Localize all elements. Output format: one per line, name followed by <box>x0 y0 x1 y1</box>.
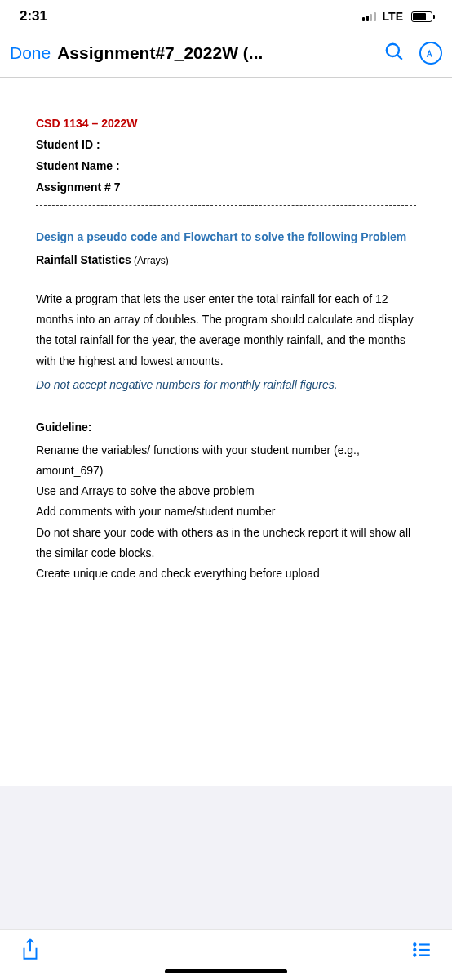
svg-point-0 <box>387 44 399 56</box>
guideline-heading: Guideline: <box>36 421 416 434</box>
markup-icon[interactable] <box>419 42 442 65</box>
problem-constraint: Do not accept negative numbers for month… <box>36 378 416 391</box>
document-content: CSD 1134 – 2022W Student ID : Student Na… <box>0 78 452 786</box>
nav-bar: Done Assignment#7_2022W (... <box>0 33 452 78</box>
status-indicators: LTE <box>362 10 432 23</box>
problem-name: Rainfall Statistics (Arrays) <box>36 253 416 266</box>
guideline-item: Create unique code and check everything … <box>36 564 416 584</box>
document-title: Assignment#7_2022W (... <box>57 43 377 63</box>
signal-icon <box>362 12 376 21</box>
done-button[interactable]: Done <box>10 43 51 63</box>
svg-point-3 <box>414 948 415 950</box>
guideline-item: Do not share your code with others as in… <box>36 523 416 564</box>
svg-point-4 <box>414 954 415 956</box>
guideline-item: Rename the variables/ functions with you… <box>36 440 416 481</box>
problem-description: Write a program that lets the user enter… <box>36 289 416 372</box>
svg-point-2 <box>414 943 415 945</box>
student-id-label: Student ID : <box>36 138 416 151</box>
svg-line-1 <box>397 55 402 60</box>
divider <box>36 205 416 206</box>
network-label: LTE <box>383 10 403 23</box>
status-time: 2:31 <box>20 8 47 24</box>
search-icon[interactable] <box>383 41 405 65</box>
student-name-label: Student Name : <box>36 159 416 172</box>
battery-icon <box>411 11 432 22</box>
list-icon[interactable] <box>411 938 432 965</box>
guideline-item: Add comments with your name/student numb… <box>36 501 416 522</box>
assignment-number: Assignment # 7 <box>36 180 416 194</box>
share-icon[interactable] <box>20 938 41 965</box>
home-indicator[interactable] <box>165 969 287 973</box>
guideline-item: Use and Arrays to solve the above proble… <box>36 481 416 501</box>
course-code: CSD 1134 – 2022W <box>36 117 416 130</box>
status-bar: 2:31 LTE <box>0 0 452 33</box>
problem-instruction: Design a pseudo code and Flowchart to so… <box>36 230 416 243</box>
